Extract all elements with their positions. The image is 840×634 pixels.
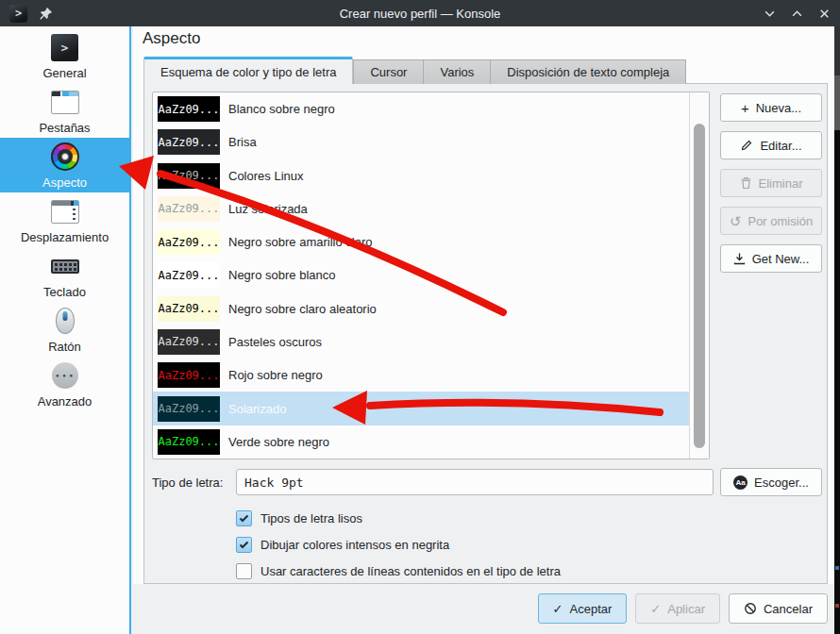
scheme-row-blanco-sobre-negro[interactable]: AaZz09... Blanco sobre negro (153, 92, 690, 125)
sidebar-item-label: General (42, 66, 86, 80)
scheme-row-brisa[interactable]: AaZz09... Brisa (153, 125, 690, 158)
sidebar-item-aspecto[interactable]: Aspecto (0, 138, 129, 192)
pin-icon[interactable] (39, 7, 53, 21)
download-icon (733, 252, 746, 265)
scheme-preview: AaZz09... (158, 329, 220, 355)
window-title: Crear nuevo perfil — Konsole (0, 7, 840, 21)
sidebar-item-label: Teclado (43, 285, 86, 299)
minimize-icon[interactable] (764, 8, 776, 20)
scheme-preview: AaZz09... (158, 262, 220, 288)
font-label: Tipo de letra: (152, 476, 223, 490)
tab-esquema-color[interactable]: Esquema de color y tipo de letra (143, 57, 353, 84)
choose-font-button[interactable]: Aa Escoger... (720, 468, 822, 496)
terminal-prompt-glyph: > (15, 7, 22, 20)
sidebar-item-pestanas[interactable]: Pestañas (0, 83, 129, 138)
pencil-icon (740, 139, 753, 152)
keyboard-icon (51, 259, 79, 274)
reset-default-button[interactable]: ↺ Por omisión (720, 207, 822, 235)
tab-panel: AaZz09... Blanco sobre negro AaZz09... B… (143, 83, 828, 584)
checkbox-checked-icon[interactable] (236, 537, 252, 553)
scheme-row-negro-sobre-blanco[interactable]: AaZz09... Negro sobre blanco (153, 259, 690, 292)
konsole-app-icon: > (9, 5, 27, 23)
new-scheme-button[interactable]: + Nueva... (720, 93, 822, 122)
scheme-row-pasteles-oscuros[interactable]: AaZz09... Pasteles oscuros (153, 325, 690, 359)
scheme-row-negro-sobre-claro[interactable]: AaZz09... Negro sobre claro aleatorio (153, 292, 690, 325)
background-window-sliver (834, 26, 840, 634)
tab-disposicion[interactable]: Disposición de texto compleja (491, 59, 686, 84)
scheme-preview: AaZz09... (158, 229, 220, 255)
tab-varios[interactable]: Varios (424, 59, 491, 84)
scheme-row-verde-sobre-negro[interactable]: AaZz09... Verde sobre negro (153, 425, 690, 459)
sidebar-item-general[interactable]: > General (0, 28, 129, 83)
scheme-preview: AaZz09... (158, 196, 220, 222)
accept-button[interactable]: ✓ Aceptar (538, 593, 628, 624)
settings-sidebar: > General Pestañas Aspecto Desplazamient… (0, 26, 131, 634)
scheme-preview: AaZz09... (158, 429, 220, 455)
scheme-preview: AaZz09... (158, 296, 220, 322)
color-wheel-icon (51, 142, 79, 171)
sidebar-item-label: Ratón (48, 340, 81, 354)
ellipsis-icon (52, 362, 78, 389)
content-area: Aspecto Esquema de color y tipo de letra… (133, 26, 834, 634)
font-badge-icon: Aa (733, 476, 748, 490)
scheme-preview: AaZz09... (158, 96, 220, 122)
scheme-preview: AaZz09... (158, 396, 220, 422)
close-icon[interactable] (818, 8, 831, 20)
sidebar-item-label: Avanzado (38, 394, 92, 409)
scheme-row-rojo-sobre-negro[interactable]: AaZz09... Rojo sobre negro (153, 359, 690, 392)
sidebar-item-label: Aspecto (42, 175, 87, 190)
sidebar-item-raton[interactable]: Ratón (0, 302, 129, 357)
checkbox-unchecked-icon[interactable] (236, 563, 252, 579)
mouse-icon (56, 308, 75, 334)
checkbox-row-bold-intense[interactable]: Dibujar colores intensos en negrita (236, 535, 449, 554)
scheme-preview: AaZz09... (158, 129, 220, 155)
scheme-row-negro-sobre-amarillo[interactable]: AaZz09... Negro sobre amarillo claro (153, 225, 690, 259)
cancel-icon (744, 602, 757, 615)
apply-button[interactable]: ✓ Aplicar (635, 593, 720, 624)
edit-scheme-button[interactable]: Editar... (720, 131, 822, 159)
checkbox-row-line-chars[interactable]: Usar caracteres de líneas contenidos en … (236, 561, 561, 580)
cancel-button[interactable]: Cancelar (729, 593, 828, 624)
undo-icon: ↺ (730, 214, 742, 228)
plus-icon: + (741, 101, 749, 115)
trash-icon (740, 176, 752, 190)
scheme-row-luz-solarizada[interactable]: AaZz09... Luz solarizada (153, 192, 690, 225)
scheme-preview: AaZz09... (158, 362, 220, 388)
sidebar-item-teclado[interactable]: Teclado (0, 247, 129, 302)
delete-scheme-button[interactable]: Eliminar (720, 169, 822, 197)
terminal-icon: > (51, 34, 78, 61)
tabs-icon (51, 91, 79, 114)
list-scrollbar[interactable] (689, 92, 709, 459)
get-new-schemes-button[interactable]: Get New... (720, 244, 822, 273)
color-scheme-list: AaZz09... Blanco sobre negro AaZz09... B… (152, 92, 710, 459)
titlebar: > Crear nuevo perfil — Konsole (0, 0, 840, 26)
checkbox-row-antialias[interactable]: Tipos de letra lisos (236, 509, 362, 527)
sidebar-item-label: Desplazamiento (21, 230, 109, 244)
scheme-row-colores-linux[interactable]: AaZz09... Colores Linux (153, 159, 690, 192)
scrollbar-thumb[interactable] (694, 124, 705, 448)
check-icon: ✓ (553, 603, 563, 615)
font-input[interactable] (236, 469, 714, 495)
checkbox-checked-icon[interactable] (236, 510, 252, 526)
sidebar-item-label: Pestañas (39, 121, 90, 135)
dialog-button-row: ✓ Aceptar ✓ Aplicar Cancelar (538, 593, 828, 624)
tab-bar: Esquema de color y tipo de letra Cursor … (143, 58, 686, 84)
check-icon: ✓ (650, 603, 661, 615)
sidebar-item-desplazamiento[interactable]: Desplazamiento (0, 192, 129, 247)
scheme-row-solarizado[interactable]: AaZz09... Solarizado (153, 392, 690, 425)
sidebar-item-avanzado[interactable]: Avanzado (0, 357, 129, 411)
scrollbar-icon (51, 200, 79, 224)
tab-cursor[interactable]: Cursor (353, 59, 424, 84)
maximize-icon[interactable] (791, 8, 803, 20)
scheme-preview: AaZz09... (158, 163, 220, 189)
page-title: Aspecto (143, 29, 200, 48)
